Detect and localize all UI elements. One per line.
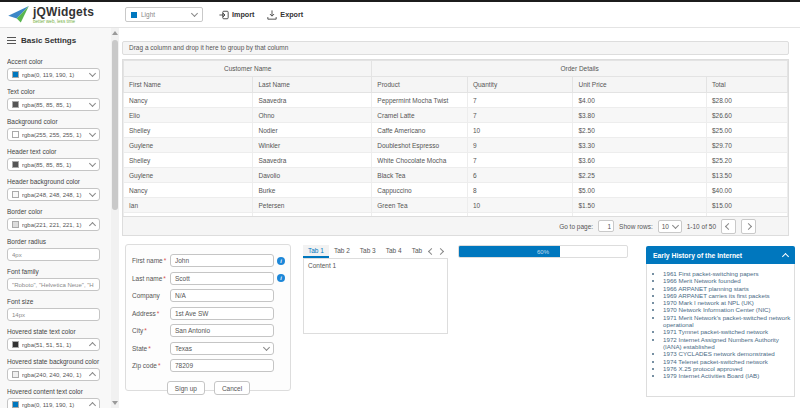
color-dropdown[interactable]: rgba(51, 51, 51, 1) (7, 338, 100, 351)
tab-2[interactable]: Tab 2 (329, 245, 355, 258)
grid-cell: Doubleshot Espresso (372, 138, 468, 153)
grid-cell: 9 (467, 138, 573, 153)
setting-value: rgba(221, 221, 221, 1) (22, 222, 90, 228)
settings-sidebar: Basic Settings Accent colorrgba(0, 119, … (0, 28, 111, 408)
tab-scroll-right-button[interactable] (436, 245, 445, 258)
column-header[interactable]: Total (706, 77, 787, 93)
table-row[interactable]: GuyleneDavolioBlack Tea6$2.25$13.50 (124, 168, 788, 183)
info-icon[interactable]: i (277, 257, 285, 265)
tab-3[interactable]: Tab 3 (355, 245, 381, 258)
tab-1[interactable]: Tab 1 (303, 245, 329, 258)
color-dropdown[interactable]: rgba(0, 119, 190, 1) (7, 398, 100, 408)
goto-page-label: Go to page: (559, 223, 593, 230)
import-button[interactable]: Import (219, 10, 254, 20)
setting-text-input[interactable] (7, 248, 100, 261)
color-dropdown[interactable]: rgba(0, 119, 190, 1) (7, 68, 100, 81)
tab-5[interactable]: Tab (407, 245, 427, 258)
column-group-header[interactable]: Order Details (372, 61, 788, 77)
grid-cell: 7 (467, 93, 573, 108)
logo-text-block: jQWidgets better web, less time (33, 6, 94, 24)
form-text-input[interactable] (170, 272, 274, 285)
grid-cell: Winkler (253, 138, 372, 153)
setting-value: rgba(0, 119, 190, 1) (22, 72, 90, 78)
list-item: 1972 Internet Assigned Numbers Authority… (663, 336, 791, 351)
chevron-up-icon (89, 402, 96, 408)
column-group-header[interactable]: Customer Name (124, 61, 372, 77)
color-swatch (12, 221, 19, 228)
table-row[interactable]: NancyBurkeCappuccino8$5.00$40.00 (124, 183, 788, 198)
panel-title: Early History of the Internet (653, 252, 742, 259)
table-row[interactable]: ElioOhnoCramel Latte7$3.80$26.60 (124, 108, 788, 123)
sidebar-setting: Border radius (7, 238, 111, 261)
sidebar-scrollbar[interactable] (111, 28, 119, 408)
select-value: Texas (175, 345, 192, 352)
color-dropdown[interactable]: rgba(85, 85, 85, 1) (7, 98, 100, 111)
export-button[interactable]: Export (267, 10, 303, 20)
grid-cell: Guylene (124, 138, 253, 153)
export-label: Export (280, 10, 303, 19)
setting-text-input[interactable] (7, 308, 100, 321)
sign-up-button[interactable]: Sign up (167, 381, 205, 395)
next-page-button[interactable] (741, 219, 756, 234)
column-header[interactable]: Unit Price (573, 77, 706, 93)
grid-cell: Guylene (124, 168, 253, 183)
table-row[interactable]: ShelleySaavedraWhite Chocolate Mocha7$3.… (124, 153, 788, 168)
form-text-input[interactable] (170, 359, 274, 372)
setting-value: rgba(240, 240, 240, 1) (22, 372, 90, 378)
tab-4[interactable]: Tab 4 (381, 245, 407, 258)
group-drop-zone[interactable]: Drag a column and drop it here to group … (122, 41, 789, 55)
color-dropdown[interactable]: rgba(248, 248, 248, 1) (7, 188, 100, 201)
grid-cell: Ohno (253, 108, 372, 123)
form-text-input[interactable] (170, 307, 274, 320)
scrollbar-thumb[interactable] (112, 40, 118, 210)
column-header[interactable]: First Name (124, 77, 253, 93)
table-row[interactable]: ShelleyNodierCaffe Americano10$2.50$25.0… (124, 123, 788, 138)
table-row[interactable]: NancySaavedraPeppermint Mocha Twist7$4.0… (124, 93, 788, 108)
color-dropdown[interactable]: rgba(255, 255, 255, 1) (7, 128, 100, 141)
form-text-input[interactable] (170, 254, 274, 267)
form-field-row: First name*i (132, 254, 285, 267)
tab-scroll-left-button[interactable] (427, 245, 436, 258)
list-item: 1966 Merit Network founded (663, 277, 791, 284)
jqwidgets-logo[interactable]: jQWidgets better web, less time (8, 6, 117, 24)
tabs-widget: Tab 1Tab 2Tab 3Tab 4Tab Content 1 (303, 245, 448, 334)
column-header[interactable]: Quantity (467, 77, 573, 93)
panel-header[interactable]: Early History of the Internet (646, 246, 795, 264)
rows-per-page-select[interactable]: 10 (658, 220, 682, 233)
field-label: City* (132, 327, 170, 334)
cancel-button[interactable]: Cancel (214, 381, 250, 395)
grid-cell: 7 (467, 108, 573, 123)
sidebar-setting: Hovered state background colorrgba(240, … (7, 358, 111, 381)
info-icon[interactable]: i (277, 274, 285, 282)
grid-cell: 10 (467, 198, 573, 213)
chevron-left-icon (725, 222, 732, 229)
form-actions: Sign up Cancel (132, 381, 285, 395)
field-label: First name* (132, 257, 170, 264)
list-item: 1969 ARPANET carries its first packets (663, 292, 791, 299)
form-text-input[interactable] (170, 324, 274, 337)
scroll-down-icon[interactable] (112, 401, 118, 405)
sidebar-setting: Accent colorrgba(0, 119, 190, 1) (7, 58, 111, 81)
color-dropdown[interactable]: rgba(240, 240, 240, 1) (7, 368, 100, 381)
setting-text-input[interactable] (7, 278, 100, 291)
table-row[interactable]: GuyleneWinklerDoubleshot Espresso9$3.30$… (124, 138, 788, 153)
grid-cell: Saavedra (253, 153, 372, 168)
column-header[interactable]: Product (372, 77, 468, 93)
grid-cell: Ian (124, 198, 253, 213)
color-dropdown[interactable]: rgba(85, 85, 85, 1) (7, 158, 100, 171)
state-select[interactable]: Texas (170, 342, 274, 355)
scroll-up-icon[interactable] (112, 31, 118, 35)
import-icon (219, 10, 229, 20)
color-swatch (12, 101, 19, 108)
form-text-input[interactable] (170, 289, 274, 302)
menu-icon[interactable] (7, 37, 16, 44)
table-row[interactable]: IanPetersenGreen Tea10$1.50$15.00 (124, 198, 788, 213)
sidebar-setting: Font family (7, 268, 111, 291)
column-header[interactable]: Last Name (253, 77, 372, 93)
prev-page-button[interactable] (721, 219, 736, 234)
page-number-input[interactable] (598, 220, 614, 232)
page-range-text: 1-10 of 50 (687, 223, 716, 230)
color-dropdown[interactable]: rgba(221, 221, 221, 1) (7, 218, 100, 231)
theme-dropdown[interactable]: Light (125, 7, 203, 22)
chevron-down-icon (89, 130, 96, 137)
